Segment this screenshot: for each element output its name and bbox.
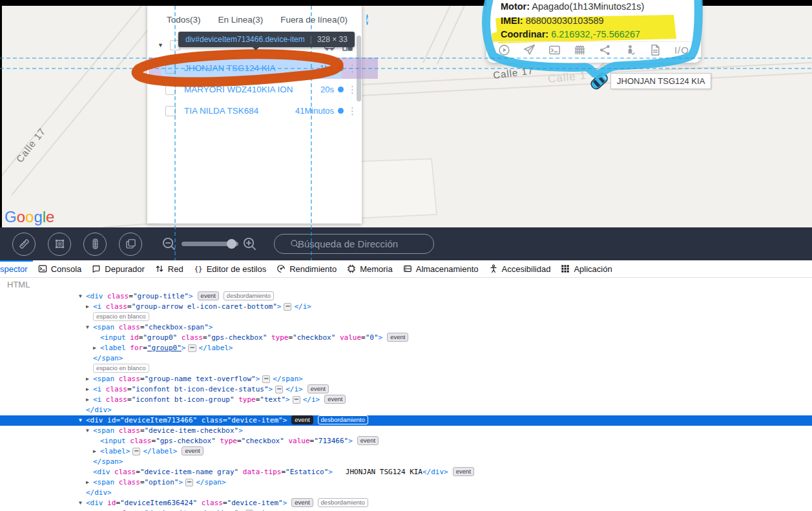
devtools-tab-spector[interactable]: spector	[0, 260, 33, 277]
expand-arrow-icon[interactable]: ▼	[79, 498, 86, 508]
vehicle-marker-label[interactable]: JHONJAN TSG124 KIA	[610, 73, 711, 89]
traffic-tool-icon[interactable]	[83, 233, 107, 256]
markup-line[interactable]: ▶<label for="group0">⋯</label>	[0, 343, 812, 353]
html-search-input[interactable]	[6, 279, 202, 290]
markup-line[interactable]: ▶<span class="group-name text-overflow">…	[0, 374, 812, 384]
layers-tool-icon[interactable]	[119, 233, 142, 256]
expand-arrow-icon[interactable]: ▶	[86, 302, 93, 312]
polygon-tool-icon[interactable]	[48, 233, 71, 256]
devtools-tab-rendimiento[interactable]: Rendimiento	[271, 260, 342, 277]
share-icon[interactable]	[599, 44, 611, 56]
markup-line[interactable]: ▼<span class="checkbox-span">	[0, 322, 812, 333]
device-row-1[interactable]: MARYORI WDZ410KIA ION20s⋮	[147, 79, 362, 100]
zoom-slider[interactable]	[182, 242, 238, 246]
streetview-icon[interactable]	[624, 44, 636, 56]
overflow-badge[interactable]: desbordamiento	[318, 498, 368, 507]
expand-arrow-icon[interactable]: ▼	[79, 291, 86, 302]
expand-arrow-icon[interactable]: ▶	[93, 343, 100, 353]
markup-line[interactable]: </span>	[0, 457, 812, 467]
markup-line[interactable]: ▶<span class="device-item-checkbox">⋯</s…	[0, 508, 812, 511]
send-icon[interactable]	[523, 44, 536, 56]
event-badge[interactable]: event	[324, 395, 346, 404]
expand-arrow-icon[interactable]: ▶	[86, 395, 93, 405]
devtools-tab-aplicación[interactable]: Aplicación	[556, 260, 617, 277]
zoom-slider-knob[interactable]	[227, 239, 236, 249]
expand-arrow-icon[interactable]: ▶	[86, 477, 93, 488]
code-token: =	[223, 416, 227, 424]
replay-icon[interactable]	[498, 44, 510, 56]
markup-line[interactable]: espacio en blanco	[0, 364, 812, 374]
markup-line[interactable]: ▼<div class="group-title">eventdesbordam…	[0, 291, 812, 302]
markup-line[interactable]: <div class="device-item-name gray" data-…	[0, 467, 812, 477]
markup-line[interactable]: </span>	[0, 353, 812, 364]
expand-arrow-icon[interactable]: ▶	[86, 384, 93, 395]
devtools-tab-consola[interactable]: Consola	[33, 260, 87, 277]
device-checkbox[interactable]	[165, 106, 176, 116]
expand-arrow-icon[interactable]: ▶	[86, 508, 93, 511]
ruler-tool-icon[interactable]	[12, 233, 36, 256]
markup-line[interactable]: ▶<span class="option">⋯</span>	[0, 477, 812, 488]
event-badge[interactable]: event	[198, 291, 219, 300]
devtools-tab-red[interactable]: Red	[150, 260, 189, 277]
event-badge[interactable]: event	[182, 446, 203, 455]
overflow-badge[interactable]: desbordamiento	[318, 415, 368, 424]
google-logo-letter: e	[46, 208, 54, 225]
document-icon[interactable]	[649, 44, 661, 56]
markup-line[interactable]: ▶<label>⋯</label>event	[0, 446, 812, 457]
collapsed-ellipsis[interactable]: ⋯	[293, 396, 300, 404]
event-badge[interactable]: event	[387, 333, 408, 342]
markup-line[interactable]: <input class="gps-checkbox" type="checkb…	[0, 436, 812, 446]
expand-arrow-icon[interactable]: ▼	[79, 415, 86, 426]
collapsed-ellipsis[interactable]: ⋯	[185, 479, 193, 486]
device-row-2[interactable]: TIA NILDA TSK68441Minutos⋮	[147, 100, 362, 121]
markup-line[interactable]: ▼<div id="deviceItem636424" class="devic…	[0, 498, 812, 508]
event-badge[interactable]: event	[307, 384, 329, 393]
device-tab-2[interactable]: Fuera de línea(0)	[280, 15, 348, 25]
expand-arrow-icon[interactable]: ▼	[86, 322, 93, 333]
zoom-in-button[interactable]	[242, 236, 257, 251]
expand-arrow-icon[interactable]: ▼	[86, 426, 93, 436]
event-badge[interactable]: event	[291, 498, 313, 507]
collapsed-ellipsis[interactable]: ⋯	[275, 386, 283, 393]
collapsed-ellipsis[interactable]: ⋯	[284, 303, 291, 311]
device-menu-icon[interactable]: ⋮	[348, 84, 355, 96]
info-icon[interactable]: i	[366, 14, 368, 25]
event-badge[interactable]: event	[453, 467, 474, 476]
expand-arrow-icon[interactable]: ▶	[86, 374, 93, 384]
devtools-tab-accesibilidad[interactable]: Accesibilidad	[484, 260, 556, 277]
device-checkbox[interactable]	[165, 85, 176, 95]
device-menu-icon[interactable]: ⋮	[348, 105, 355, 117]
group-collapse-arrow[interactable]: ▼	[158, 42, 163, 48]
zoom-out-button[interactable]	[161, 236, 176, 251]
markup-line[interactable]: espacio en blanco	[0, 312, 812, 322]
event-badge[interactable]: event	[291, 415, 313, 424]
address-search-input[interactable]	[297, 238, 428, 250]
device-name[interactable]: MARYORI WDZ410KIA ION	[184, 85, 320, 94]
terminal-icon[interactable]	[548, 44, 561, 56]
markup-line[interactable]: </div>	[0, 488, 812, 498]
markup-line[interactable]: ▶<i class="iconfont bt-icon-group" type=…	[0, 395, 812, 405]
expand-arrow-icon[interactable]: ▶	[93, 446, 100, 457]
devtools-tab-almacenamiento[interactable]: Almacenamiento	[398, 260, 484, 277]
markup-line[interactable]: ▶<i class="group-arrow el-icon-caret-bot…	[0, 302, 812, 312]
markup-line[interactable]: <input id="group0" class="gps-checkbox" …	[0, 333, 812, 343]
event-badge[interactable]: event	[357, 436, 379, 445]
io-button[interactable]: I/O	[674, 45, 689, 56]
device-name[interactable]: TIA NILDA TSK684	[184, 106, 295, 116]
collapsed-ellipsis[interactable]: ⋯	[132, 448, 140, 455]
markup-line[interactable]: ▶<i class="iconfont bt-icon-device-statu…	[0, 384, 812, 395]
code-token: <span	[93, 375, 114, 383]
markup-line-selected[interactable]: ▼<div id="deviceItem713466" class="devic…	[0, 415, 812, 426]
devtools-tab-depurador[interactable]: Depurador	[87, 260, 149, 277]
devtools-tab-editor-de-estilos[interactable]: {}Editor de estilos	[189, 260, 272, 277]
overflow-badge[interactable]: desbordamiento	[224, 291, 274, 300]
device-tab-1[interactable]: En Linea(3)	[218, 15, 264, 25]
markup-line[interactable]: ▼<span class="device-item-checkbox">	[0, 426, 812, 436]
fence-icon[interactable]	[574, 44, 586, 56]
vehicle-marker-icon[interactable]	[587, 68, 612, 94]
collapsed-ellipsis[interactable]: ⋯	[188, 344, 196, 352]
device-tab-0[interactable]: Todos(3)	[167, 15, 201, 25]
devtools-tab-memoria[interactable]: Memoria	[342, 260, 398, 277]
markup-line[interactable]: </div>	[0, 405, 812, 415]
collapsed-ellipsis[interactable]: ⋯	[262, 375, 270, 383]
